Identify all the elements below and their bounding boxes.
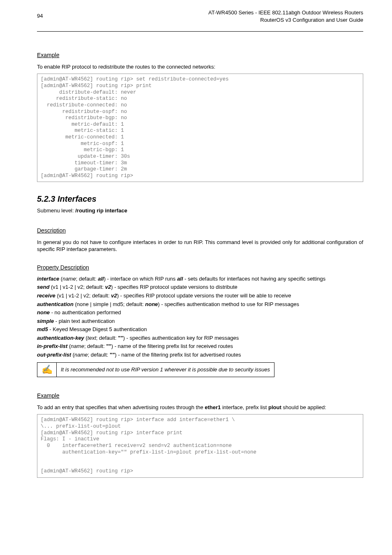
prop-text: ( [84,335,88,341]
prop-text: ) - specifies authentication key for RIP… [123,335,239,341]
prop-text: ) - specifies authentication method to u… [158,301,299,307]
prop-label: in-prefix-list [37,343,67,349]
description-text: In general you do not have to configure … [37,239,363,253]
prop-text: - plain text authentication [54,318,115,324]
example1-intro: To enable RIP protocol to redistribute t… [37,63,363,71]
prop-text: - Keyed Message Digest 5 authentication [48,326,147,332]
prop-text: ) - interface on which RIP runs [104,276,177,282]
prop-text: ; default: [88,352,110,358]
prop-receive: receive (v1 | v1-2 | v2; default: v2) - … [37,292,363,299]
submenu-line: Submenu level: /routing rip interface [37,207,363,214]
example1-heading: Example [37,51,59,59]
header-rule [37,31,363,32]
example2-bold: ether1 [205,404,221,410]
prop-label: interface [37,276,59,282]
prop-text: all [177,276,183,282]
header-line1: AT-WR4500 Series - IEEE 802.11abgh Outdo… [208,9,363,16]
example2-intro: To add an entry that specifies that when… [37,404,363,411]
example2-bold: plout [268,404,281,410]
prop-text: all [98,276,104,282]
prop-out-prefix-list: out-prefix-list (name; default: "") - na… [37,351,363,359]
prop-text: ; default: [76,276,98,282]
example2-code: [admin@AT-WR4562] routing rip> interface… [37,414,363,478]
prop-label: receive [37,292,55,299]
prop-label: out-prefix-list [37,352,71,358]
prop-text: name [62,276,76,282]
header-line2: RouterOS v3 Configuration and User Guide [260,17,363,23]
prop-text: - no authentication performed [50,309,121,315]
example2-text: interface, prefix list [221,404,268,410]
prop-label: send [37,284,49,290]
section-title: 5.2.3 Interfaces [37,193,363,205]
description-heading: Description [37,227,66,235]
prop-label: authentication-key [37,335,84,341]
prop-label: simple [37,318,54,324]
submenu-label: Submenu level: [37,207,75,214]
submenu-value: /routing rip interface [75,207,127,214]
prop-text: ( [59,276,62,282]
prop-interface: interface (name; default: all) - interfa… [37,275,363,283]
prop-text: - sets defaults for interfaces not havin… [183,276,325,282]
prop-label: authentication [37,301,74,307]
example2-text: To add an entry that specifies that when… [37,404,205,410]
prop-text: (v1 | v1-2 | v2; default: [55,292,111,299]
prop-text: name [74,352,88,358]
prop-text: ; default: [96,335,118,341]
page-number: 94 [37,12,43,20]
prop-text: ; default: [84,343,106,349]
prop-text: ) - name of the filtering prefix list fo… [115,352,241,358]
prop-send: send (v1 | v1-2 | v2; default: v2) - spe… [37,283,363,291]
prop-text: (v1 | v1-2 | v2; default: [49,284,105,290]
example2-text: should be applied: [281,404,326,410]
prop-text: name [71,343,84,349]
prop-text: text [88,335,96,341]
note-text: It is recommended not to use RIP version… [57,363,274,377]
page-header: AT-WR4500 Series - IEEE 802.11abgh Outdo… [208,9,363,23]
prop-text: v2 [111,292,117,299]
prop-text: none [145,301,158,307]
prop-text: "" [118,335,123,341]
property-list: interface (name; default: all) - interfa… [37,275,363,358]
propdesc-heading: Property Description [37,264,89,272]
note-icon: ✍ [37,363,57,377]
prop-text: ) - specifies RIP protocol update versio… [117,292,291,299]
prop-text: v2 [105,284,111,290]
prop-authkey: authentication-key (text; default: "") -… [37,334,363,342]
prop-text: "" [110,352,115,358]
example2-heading: Example [37,392,59,400]
note-box: ✍ It is recommended not to use RIP versi… [37,362,274,377]
prop-label: none [37,309,50,315]
prop-text: ) - name of the filtering prefix list fo… [111,343,233,349]
prop-text: "" [106,343,111,349]
prop-text: (none | simple | md5; default: [74,301,145,307]
prop-md5: md5 - Keyed Message Digest 5 authenticat… [37,326,363,333]
prop-text: ( [71,352,74,358]
prop-simple: simple - plain text authentication [37,318,363,325]
prop-text: ) - specifies RIP protocol update versio… [111,284,238,290]
example1-code: [admin@AT-WR4562] routing rip> set redis… [37,74,363,182]
prop-none: none - no authentication performed [37,309,363,316]
prop-authentication: authentication (none | simple | md5; def… [37,301,363,308]
prop-in-prefix-list: in-prefix-list (name; default: "") - nam… [37,343,363,350]
prop-label: md5 [37,326,48,332]
